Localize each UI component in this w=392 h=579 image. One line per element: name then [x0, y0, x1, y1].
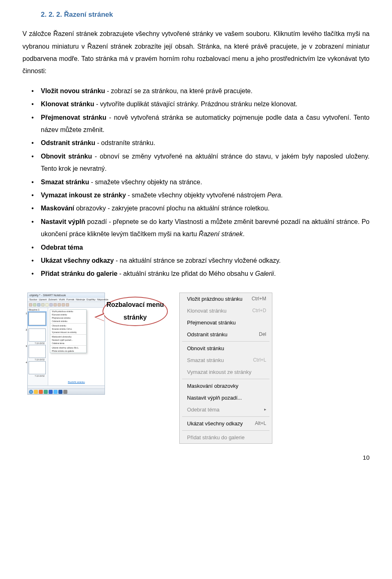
menu-item[interactable]: Přejmenovat stránku: [180, 317, 272, 329]
menu-item[interactable]: Obnovit stránku: [180, 342, 272, 354]
mini-ctx-item: Odebrat téma: [50, 342, 86, 345]
list-item: Přidat stránku do galerie - aktuální str…: [22, 268, 370, 280]
menu-item: Smazat stránkuCtrl+L: [180, 354, 272, 366]
list-item-italic: Pera: [267, 192, 281, 199]
section-heading: 2. 2. 2. Řazení stránek: [41, 8, 370, 21]
list-item: Maskování obrazovky - zakryjete pracovní…: [22, 202, 370, 215]
list-item: Přejmenovat stránku - nově vytvořená str…: [22, 112, 370, 136]
callout-text: Rozbalovací menu stránky: [103, 299, 167, 324]
menu-item[interactable]: Maskování obrazovky: [180, 380, 272, 392]
mini-extend-link: Rozšířit stránku: [48, 380, 105, 385]
list-item: Ukázat všechny odkazy - na aktuální strá…: [22, 255, 370, 267]
mini-menu-item: Zobrazit: [48, 298, 57, 301]
context-menu[interactable]: Vložit prázdnou stránkuCtrl+MKlonovat st…: [179, 293, 272, 444]
menu-item[interactable]: Nastavit výplň pozadí...: [180, 392, 272, 404]
menu-item-label: Obnovit stránku: [187, 346, 224, 351]
list-item-bold: Přidat stránku do galerie: [41, 270, 118, 277]
mini-ctx-item: Klonovat stránku: [50, 313, 86, 316]
intro-paragraph: V záložce Řazení stránek zobrazujete vše…: [22, 28, 370, 78]
mini-sidebar: Skupina 1 1 27.10-19:52 37.10-19:52 47.1…: [28, 308, 48, 385]
mini-toolbar: [28, 302, 105, 308]
list-item: Nastavit výplň pozadí - přepnete se do k…: [22, 216, 370, 241]
callout-bubble: Rozbalovací menu stránky: [102, 297, 168, 326]
list-item: Vymazat inkoust ze stránky - smažete vše…: [22, 189, 370, 201]
menu-separator: [182, 430, 270, 431]
feature-list: Vložit novou stránku - zobrazí se za str…: [22, 85, 370, 280]
mini-ctx-item: Obnovit stránku: [50, 324, 86, 327]
list-item: Odebrat téma: [22, 241, 370, 254]
mini-ctx-item: Odstranit stránku: [50, 320, 86, 323]
menu-item: Odebrat téma▸: [180, 404, 272, 416]
list-item: Obnovit stránku - obnoví se změny vytvoř…: [22, 150, 370, 175]
menu-item: Vymazat inkoust ze stránky: [180, 366, 272, 378]
mini-window: objekty * - SMART Notebook SouborUpravit…: [27, 293, 105, 395]
list-item-bold: Smazat stránku: [41, 179, 89, 186]
menu-item-label: Maskování obrazovky: [187, 383, 238, 389]
list-item-bold: Maskování: [41, 205, 74, 212]
menu-item[interactable]: Odstranit stránkuDel: [180, 329, 272, 340]
menu-item: Klonovat stránkuCtrl+D: [180, 305, 272, 317]
menu-separator: [182, 379, 270, 379]
mini-ctx-item: Maskování obrazovky: [50, 335, 86, 338]
mini-thumb: 27.10-19:52: [29, 329, 46, 342]
list-item-bold: Odstranit stránku: [41, 139, 95, 146]
list-item-bold: Přejmenovat stránku: [41, 114, 106, 121]
list-item: Odstranit stránku - odstraníte stránku.: [22, 137, 370, 149]
mini-ctx-item: Ukázat všechny odkazy Alt+L: [50, 346, 86, 349]
menu-item[interactable]: Ukázat všechny odkazyAlt+L: [180, 418, 272, 429]
list-item-bold: Klonovat stránku: [41, 101, 94, 107]
menu-item-shortcut: Alt+L: [255, 421, 266, 426]
mini-window-title: objekty * - SMART Notebook: [28, 293, 105, 298]
list-item-bold: Vymazat inkoust ze stránky: [41, 192, 126, 199]
mini-ctx-item: Smazat stránku Ctrl+L: [50, 327, 86, 331]
menu-item-label: Odebrat téma: [187, 407, 220, 412]
list-item-italic: Galerii: [255, 270, 274, 277]
mini-taskbar: [28, 389, 105, 394]
list-item: Smazat stránku - smažete všechny objekty…: [22, 176, 370, 188]
menu-item[interactable]: Vložit prázdnou stránkuCtrl+M: [180, 293, 272, 305]
submenu-arrow-icon: ▸: [264, 407, 266, 411]
mini-menu-item: Formát: [67, 298, 74, 301]
menu-separator: [182, 416, 270, 417]
list-item: Vložit novou stránku - zobrazí se za str…: [22, 85, 370, 97]
mini-ctx-item: Vložit prázdnou stránku: [50, 310, 86, 313]
mini-thumb: 37.10-19:52: [29, 345, 46, 358]
menu-item-label: Ukázat všechny odkazy: [187, 421, 243, 426]
menu-item: Přidat stránku do galerie: [180, 431, 272, 443]
menu-item-shortcut: Ctrl+L: [253, 358, 266, 362]
menu-item-label: Přidat stránku do galerie: [187, 435, 245, 440]
menu-item-label: Klonovat stránku: [187, 308, 227, 313]
list-item-bold: Odebrat téma: [41, 244, 83, 251]
list-item-italic: Řazení stránek: [199, 230, 243, 237]
mini-menu-item: Upravit: [39, 298, 47, 301]
mini-ctx-item: Nastavit výplň pozadí...: [50, 338, 86, 342]
mini-menu-item: Doplňky: [87, 298, 96, 301]
mini-thumb: 1: [29, 312, 46, 325]
menu-item-label: Vymazat inkoust ze stránky: [187, 369, 252, 375]
start-orb-icon: [29, 390, 33, 394]
menu-item-label: Vložit prázdnou stránku: [187, 296, 243, 302]
page-number: 10: [22, 452, 370, 464]
mini-menubar: SouborUpravitZobrazitVložitFormátNástroj…: [28, 298, 105, 302]
list-item-bold: Obnovit stránku: [41, 153, 92, 160]
mini-menu-item: Soubor: [29, 298, 37, 301]
menu-item-shortcut: Ctrl+M: [252, 296, 266, 301]
mini-ctx-item: Přidat stránku do galerie: [50, 349, 86, 353]
figure-row: objekty * - SMART Notebook SouborUpravit…: [22, 293, 370, 444]
menu-item-shortcut: Ctrl+D: [252, 308, 266, 313]
menu-item-label: Odstranit stránku: [187, 332, 227, 337]
mini-thumb: 47.10-19:52: [29, 361, 46, 374]
mini-statusbar: [28, 385, 105, 389]
list-item-bold: Ukázat všechny odkazy: [41, 257, 114, 264]
list-item: Klonovat stránku - vytvoříte duplikát st…: [22, 98, 370, 110]
menu-item-shortcut: Del: [259, 332, 266, 337]
list-item-bold: Vložit novou stránku: [41, 87, 105, 94]
menu-item-label: Nastavit výplň pozadí...: [187, 395, 242, 400]
mini-menu-item: Nástroje: [76, 298, 85, 301]
mini-context-menu: Vložit prázdnou stránkuKlonovat stránkuP…: [50, 309, 87, 353]
menu-separator: [182, 341, 270, 342]
list-item-bold: Nastavit výplň: [41, 218, 85, 225]
mini-group-label: Skupina 1: [29, 309, 47, 311]
mini-menu-item: Vložit: [59, 298, 65, 301]
menu-item-label: Smazat stránku: [187, 358, 224, 363]
